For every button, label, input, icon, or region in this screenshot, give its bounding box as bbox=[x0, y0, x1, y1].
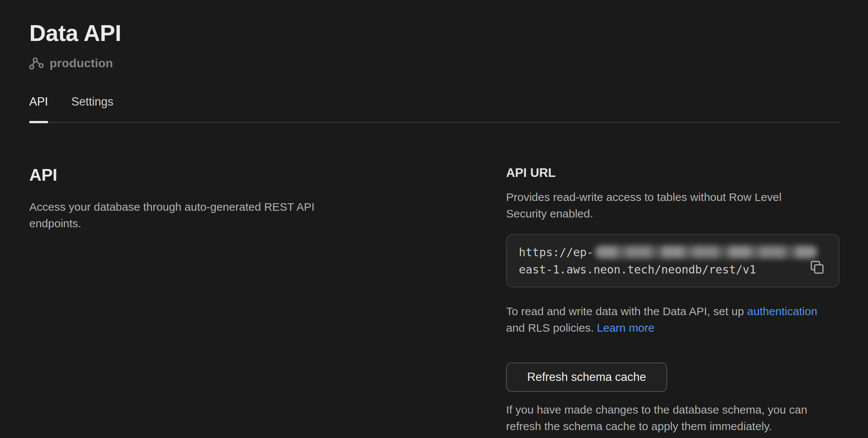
api-url-panel: API URL Provides read-write access to ta… bbox=[506, 165, 839, 435]
api-url-description: Provides read-write access to tables wit… bbox=[506, 189, 839, 222]
api-url-line1: https://ep- bbox=[519, 244, 827, 261]
branch-icon bbox=[29, 57, 44, 70]
copy-url-button[interactable] bbox=[809, 260, 825, 276]
branch-row: production bbox=[29, 56, 839, 70]
auth-note-line2: and RLS policies. bbox=[506, 322, 597, 334]
api-section: API Access your database through auto-ge… bbox=[29, 165, 506, 435]
tab-bar: API Settings bbox=[29, 94, 839, 123]
auth-note-line1: To read and write data with the Data API… bbox=[506, 305, 747, 317]
branch-name: production bbox=[50, 56, 113, 70]
schema-cache-description: If you have made changes to the database… bbox=[506, 402, 839, 435]
content-area: API Access your database through auto-ge… bbox=[29, 165, 839, 435]
data-api-page: Data API production API Settings API bbox=[0, 0, 868, 438]
redacted-url-segment bbox=[595, 246, 817, 258]
api-url-line2: east-1.aws.neon.tech/neondb/rest/v1 bbox=[519, 261, 827, 278]
section-description: Access your database through auto-genera… bbox=[29, 199, 360, 232]
section-heading: API bbox=[29, 165, 506, 185]
page-title: Data API bbox=[29, 19, 839, 47]
authentication-link[interactable]: authentication bbox=[747, 305, 817, 317]
api-url-heading: API URL bbox=[506, 165, 839, 181]
tab-api-label: API bbox=[29, 95, 48, 108]
copy-icon bbox=[809, 260, 825, 276]
api-url-code-box: https://ep- east-1.aws.neon.tech/neondb/… bbox=[506, 234, 839, 287]
active-tab-indicator bbox=[29, 121, 48, 123]
tab-settings[interactable]: Settings bbox=[71, 94, 113, 122]
tab-api[interactable]: API bbox=[29, 94, 48, 122]
learn-more-link[interactable]: Learn more bbox=[597, 322, 654, 334]
tab-settings-label: Settings bbox=[71, 95, 113, 108]
auth-note: To read and write data with the Data API… bbox=[506, 303, 839, 336]
refresh-schema-cache-button[interactable]: Refresh schema cache bbox=[506, 362, 667, 392]
